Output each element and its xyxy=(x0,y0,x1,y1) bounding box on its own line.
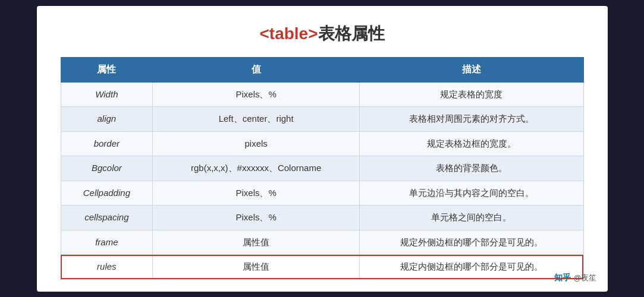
cell-value: pixels xyxy=(153,131,360,156)
cell-attr: rules xyxy=(61,255,153,280)
title-cn-part: 表格属性 xyxy=(318,24,385,43)
cell-attr: Cellpadding xyxy=(61,181,153,206)
cell-value: rgb(x,x,x)、#xxxxxx、Colorname xyxy=(153,156,360,181)
cell-value: 属性值 xyxy=(153,255,360,280)
watermark: 知乎 @夜笙 xyxy=(554,273,596,283)
cell-value: Left、center、right xyxy=(153,107,360,132)
cell-value: Pixels、% xyxy=(153,181,360,206)
cell-desc: 表格相对周围元素的对齐方式。 xyxy=(360,107,583,132)
table-row: alignLeft、center、right表格相对周围元素的对齐方式。 xyxy=(61,107,583,132)
cell-desc: 单元格之间的空白。 xyxy=(360,206,583,230)
cell-desc: 规定表格边框的宽度。 xyxy=(360,131,583,156)
cell-attr: border xyxy=(61,131,153,156)
cell-desc: 表格的背景颜色。 xyxy=(360,156,583,181)
cell-desc: 规定表格的宽度 xyxy=(360,82,583,107)
cell-attr: Width xyxy=(61,82,153,107)
col-header-desc: 描述 xyxy=(360,57,583,82)
table-row: CellpaddingPixels、%单元边沿与其内容之间的空白。 xyxy=(61,181,583,206)
table-header-row: 属性 值 描述 xyxy=(61,57,583,82)
table-row: borderpixels规定表格边框的宽度。 xyxy=(61,131,583,156)
title-code-part: <table> xyxy=(259,24,318,43)
cell-attr: Bgcolor xyxy=(61,156,153,181)
watermark-username: @夜笙 xyxy=(573,273,596,283)
cell-desc: 规定外侧边框的哪个部分是可见的。 xyxy=(360,230,583,255)
cell-value: 属性值 xyxy=(153,230,360,255)
cell-value: Pixels、% xyxy=(153,206,360,230)
col-header-value: 值 xyxy=(153,57,360,82)
watermark-platform: 知乎 xyxy=(554,273,571,283)
table-row: WidthPixels、%规定表格的宽度 xyxy=(61,82,583,107)
col-header-attr: 属性 xyxy=(61,57,153,82)
slide-title: <table>表格属性 xyxy=(61,23,584,45)
table-row: cellspacingPixels、%单元格之间的空白。 xyxy=(61,206,583,230)
cell-attr: align xyxy=(61,107,153,132)
table-row: frame属性值规定外侧边框的哪个部分是可见的。 xyxy=(61,230,583,255)
cell-attr: cellspacing xyxy=(61,206,153,230)
cell-desc: 单元边沿与其内容之间的空白。 xyxy=(360,181,583,206)
table-row: rules属性值规定内侧边框的哪个部分是可见的。 xyxy=(61,255,583,280)
attributes-table: 属性 值 描述 WidthPixels、%规定表格的宽度alignLeft、ce… xyxy=(61,57,584,280)
cell-value: Pixels、% xyxy=(153,82,360,107)
table-row: Bgcolorrgb(x,x,x)、#xxxxxx、Colorname表格的背景… xyxy=(61,156,583,181)
slide: <table>表格属性 属性 值 描述 WidthPixels、%规定表格的宽度… xyxy=(37,6,608,292)
cell-desc: 规定内侧边框的哪个部分是可见的。 xyxy=(360,255,583,280)
cell-attr: frame xyxy=(61,230,153,255)
